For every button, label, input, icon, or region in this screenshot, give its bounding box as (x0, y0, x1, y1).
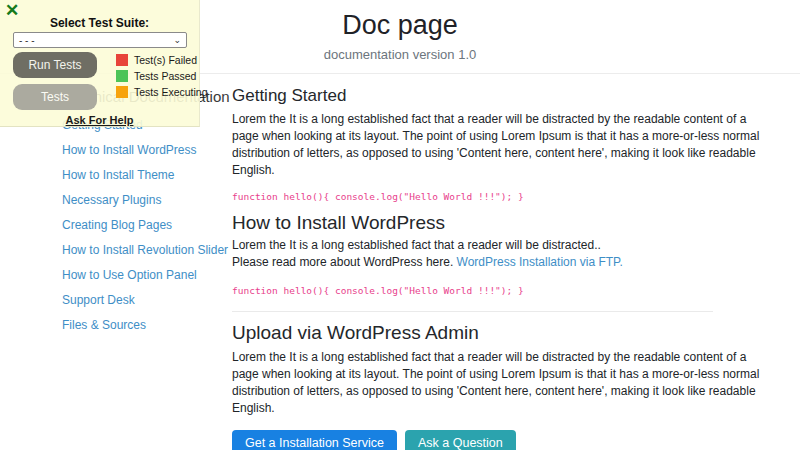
sidebar-item-install-revolution-slider[interactable]: How to Install Revolution Slider (62, 244, 232, 256)
wordpress-installation-ftp-link[interactable]: WordPress Installation via FTP. (457, 255, 623, 269)
ask-a-question-button[interactable]: Ask a Question (405, 430, 516, 450)
tests-button[interactable]: Tests (13, 84, 97, 110)
sidebar: Technical Documentation Getting Started … (0, 74, 232, 450)
test-suite-panel: ✕ Select Test Suite: - - - ⌄ Run Tests T… (0, 0, 200, 127)
run-tests-button[interactable]: Run Tests (13, 52, 97, 78)
code-snippet: function hello(){ console.log("Hello Wor… (232, 285, 768, 296)
legend-label: Tests Passed (134, 70, 196, 82)
sidebar-item-support-desk[interactable]: Support Desk (62, 294, 232, 306)
section-heading-getting-started: Getting Started (232, 86, 768, 106)
ask-for-help-link[interactable]: Ask For Help (66, 114, 134, 126)
legend-item-executing: Tests Executing (116, 86, 208, 98)
test-suite-select-value: - - - (19, 35, 35, 46)
legend-label: Tests Executing (134, 86, 208, 98)
install-wordpress-line2: Please read more about WordPress here. (232, 255, 457, 269)
get-installation-service-button[interactable]: Get a Installation Service (232, 430, 397, 450)
legend-item-failed: Test(s) Failed (116, 54, 197, 66)
getting-started-paragraph: Lorem the It is a long established fact … (232, 111, 768, 179)
upload-admin-paragraph: Lorem the It is a long established fact … (232, 349, 768, 417)
test-suite-select[interactable]: - - - ⌄ (13, 32, 187, 48)
failed-swatch-icon (116, 54, 128, 66)
legend-label: Test(s) Failed (134, 54, 197, 66)
sidebar-item-install-theme[interactable]: How to Install Theme (62, 169, 232, 181)
chevron-down-icon: ⌄ (173, 35, 181, 45)
sidebar-item-install-wordpress[interactable]: How to Install WordPress (62, 144, 232, 156)
install-wordpress-line1: Lorem the It is a long established fact … (232, 238, 601, 252)
sidebar-item-files-sources[interactable]: Files & Sources (62, 319, 232, 331)
sidebar-item-creating-blog-pages[interactable]: Creating Blog Pages (62, 219, 232, 231)
test-suite-label: Select Test Suite: (0, 16, 199, 30)
passed-swatch-icon (116, 70, 128, 82)
section-heading-install-wordpress: How to Install WordPress (232, 212, 768, 234)
code-snippet: function hello(){ console.log("Hello Wor… (232, 191, 768, 202)
sidebar-item-use-option-panel[interactable]: How to Use Option Panel (62, 269, 232, 281)
main-content: Getting Started Lorem the It is a long e… (232, 74, 800, 450)
legend-item-passed: Tests Passed (116, 70, 196, 82)
section-heading-upload-admin: Upload via WordPress Admin (232, 322, 768, 344)
section-divider (232, 311, 713, 312)
sidebar-item-necessary-plugins[interactable]: Necessary Plugins (62, 194, 232, 206)
executing-swatch-icon (116, 86, 128, 98)
